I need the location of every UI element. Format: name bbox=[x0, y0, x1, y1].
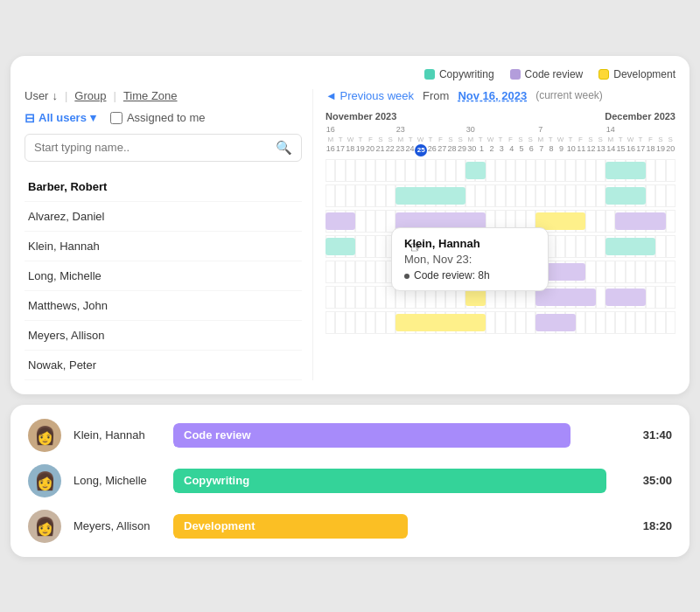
week-number-cell bbox=[545, 124, 555, 135]
day-number-cell: 8 bbox=[546, 144, 556, 156]
progress-bar-wrap: Development bbox=[173, 514, 625, 539]
day-number-cell: 2 bbox=[486, 144, 496, 156]
progress-name: Klein, Hannah bbox=[74, 428, 161, 442]
gantt-cell bbox=[335, 159, 345, 182]
user-filter-button[interactable]: User ↓ bbox=[24, 89, 58, 102]
gantt-container: Klein, Hannah Mon, Nov 23: Code review: … bbox=[326, 159, 676, 334]
week-number-cell bbox=[646, 124, 655, 135]
week-number-cell bbox=[456, 124, 466, 135]
gantt-cell bbox=[486, 311, 495, 334]
gantt-bar bbox=[326, 238, 355, 255]
gantt-cell bbox=[475, 184, 485, 207]
legend-copywriting: Copywriting bbox=[424, 68, 494, 80]
gantt-cell bbox=[596, 184, 606, 207]
day-number-cell: 17 bbox=[636, 144, 646, 156]
week-number-cell bbox=[576, 124, 585, 135]
prev-week-button[interactable]: ◄ Previous week bbox=[326, 89, 414, 102]
filter-icon: ⊟ bbox=[24, 111, 35, 125]
gantt-cell bbox=[576, 184, 585, 207]
day-number-cell: 9 bbox=[556, 144, 566, 156]
gantt-cell bbox=[565, 159, 575, 182]
progress-bar-fill: Code review bbox=[173, 423, 570, 448]
gantt-cell bbox=[335, 184, 345, 207]
progress-rows: 👩 Klein, Hannah Code review 31:40 👩 Long… bbox=[28, 419, 672, 543]
development-dot bbox=[598, 69, 609, 80]
day-name-cell: W bbox=[416, 136, 425, 143]
user-item[interactable]: Barber, Robert bbox=[24, 172, 302, 202]
week-number-cell bbox=[475, 124, 485, 135]
day-name-cell: S bbox=[585, 136, 595, 143]
gantt-cell bbox=[526, 311, 536, 334]
user-item[interactable]: Alvarez, Daniel bbox=[24, 202, 302, 232]
gantt-cell bbox=[576, 159, 585, 182]
week-number-cell: 23 bbox=[396, 124, 405, 135]
day-number-cell: 3 bbox=[497, 144, 507, 156]
gantt-cell bbox=[585, 235, 595, 258]
day-number-cell: 5 bbox=[516, 144, 526, 156]
assigned-to-me-text: Assigned to me bbox=[127, 111, 206, 124]
week-number-cell bbox=[655, 124, 665, 135]
user-item[interactable]: Nowak, Peter bbox=[24, 351, 302, 380]
gantt-cell bbox=[335, 286, 345, 309]
search-box: 🔍 bbox=[24, 134, 302, 162]
gantt-cell bbox=[386, 159, 396, 182]
gantt-cell bbox=[556, 159, 565, 182]
user-item[interactable]: Matthews, John bbox=[24, 291, 302, 321]
week-number-cell bbox=[425, 124, 435, 135]
gantt-cell bbox=[366, 235, 375, 258]
week-number-cell bbox=[436, 124, 445, 135]
top-panel: Copywriting Code review Development User… bbox=[10, 56, 690, 394]
all-users-button[interactable]: ⊟ All users ▾ bbox=[24, 111, 96, 125]
week-number-cell bbox=[556, 124, 565, 135]
sidebar-filters: User ↓ | Group | Time Zone bbox=[24, 89, 302, 102]
gantt-cell bbox=[355, 235, 365, 258]
user-item[interactable]: Klein, Hannah bbox=[24, 232, 302, 261]
gantt-cell bbox=[545, 159, 555, 182]
day-name-cell: M bbox=[326, 136, 335, 143]
week-number-cell bbox=[506, 124, 515, 135]
user-item[interactable]: Long, Michelle bbox=[24, 261, 302, 291]
assigned-to-me-label[interactable]: Assigned to me bbox=[110, 111, 206, 124]
from-label: From bbox=[423, 89, 449, 102]
day-name-cell: T bbox=[475, 136, 485, 143]
gantt-cell bbox=[646, 261, 655, 283]
gantt-cell bbox=[366, 261, 375, 283]
gantt-cell bbox=[655, 261, 665, 283]
day-name-cell: T bbox=[335, 136, 345, 143]
gantt-cell bbox=[626, 261, 635, 283]
gantt-cell bbox=[585, 159, 595, 182]
timezone-filter-button[interactable]: Time Zone bbox=[123, 89, 178, 102]
gantt-cell bbox=[536, 159, 545, 182]
day-name-cell: F bbox=[506, 136, 515, 143]
day-number-cell: 10 bbox=[566, 144, 576, 156]
day-name-cell: F bbox=[436, 136, 445, 143]
gantt-cell bbox=[486, 159, 495, 182]
gantt-cell bbox=[386, 311, 396, 334]
group-filter-button[interactable]: Group bbox=[74, 89, 106, 102]
week-number-cell bbox=[495, 124, 505, 135]
gantt-cell bbox=[326, 311, 335, 334]
gantt-cell bbox=[615, 261, 625, 283]
assigned-to-me-checkbox[interactable] bbox=[110, 112, 122, 124]
gantt-cell bbox=[375, 210, 385, 233]
tooltip-date: Mon, Nov 23: bbox=[404, 253, 536, 266]
gantt-cell bbox=[386, 184, 396, 207]
day-name-cell: S bbox=[386, 136, 396, 143]
user-item[interactable]: Meyers, Allison bbox=[24, 321, 302, 351]
day-name-cell: T bbox=[425, 136, 435, 143]
calendar-nav: ◄ Previous week From Nov 16, 2023 (curre… bbox=[326, 89, 676, 102]
day-number-cell: 7 bbox=[536, 144, 546, 156]
day-number-cell: 18 bbox=[346, 144, 355, 156]
day-name-cell: T bbox=[565, 136, 575, 143]
gantt-cell bbox=[655, 184, 665, 207]
main-content: User ↓ | Group | Time Zone ⊟ All users ▾… bbox=[24, 89, 676, 380]
tooltip-name: Klein, Hannah bbox=[404, 237, 536, 250]
gantt-cell bbox=[355, 159, 365, 182]
search-input[interactable] bbox=[34, 141, 276, 154]
gantt-cell bbox=[585, 261, 595, 283]
gantt-bar bbox=[466, 289, 486, 306]
gantt-cell bbox=[536, 184, 545, 207]
day-name-cell: S bbox=[666, 136, 676, 143]
from-date[interactable]: Nov 16, 2023 bbox=[458, 89, 527, 102]
day-name-cell: T bbox=[495, 136, 505, 143]
